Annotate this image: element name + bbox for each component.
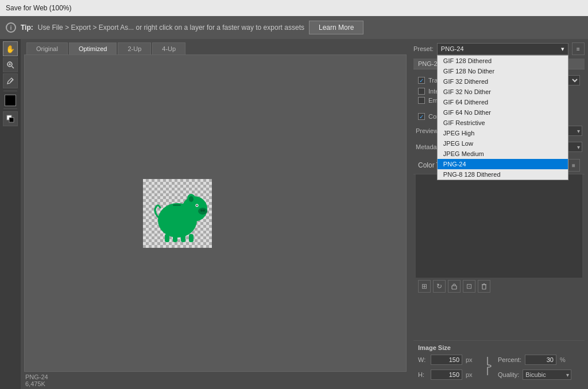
map-button[interactable]: ⊞: [418, 280, 431, 293]
eyedropper-tool[interactable]: [3, 73, 18, 88]
learn-more-button[interactable]: Learn More: [309, 21, 363, 34]
svg-point-11: [198, 208, 207, 215]
dropdown-item-jpeg-medium[interactable]: JPEG Medium: [438, 149, 568, 159]
canvas-filesize: 6,475K: [25, 380, 45, 387]
percent-sign: %: [560, 356, 571, 363]
quality-select-wrapper: Bicubic: [523, 369, 571, 380]
svg-point-10: [189, 196, 194, 202]
svg-rect-19: [181, 234, 185, 242]
dropdown-item-gif128d[interactable]: GIF 128 Dithered: [438, 56, 568, 66]
foreground-color[interactable]: [5, 95, 16, 106]
tab-2up[interactable]: 2-Up: [118, 42, 151, 55]
svg-rect-22: [482, 285, 486, 289]
preset-value: PNG-24: [441, 45, 464, 52]
toggle-tool[interactable]: [3, 111, 18, 126]
tip-text: Use File > Export > Export As... or righ…: [38, 24, 304, 32]
panel-menu-button[interactable]: ≡: [572, 42, 585, 55]
main-layout: ✋ Orig: [0, 39, 588, 389]
convert-srgb-checkbox[interactable]: [418, 113, 425, 120]
quality-label: Quality:: [498, 371, 519, 378]
svg-point-13: [203, 209, 205, 212]
color-table-toolbar: ⊞ ↻ ⊡: [413, 278, 585, 295]
tip-label: Tip:: [21, 24, 33, 32]
height-row: H: px: [418, 369, 477, 380]
dropdown-item-gif32d[interactable]: GIF 32 Dithered: [438, 76, 568, 87]
svg-rect-16: [173, 204, 181, 206]
crop-button[interactable]: ⊡: [463, 280, 475, 293]
tabs: Original Optimized 2-Up 4-Up: [21, 39, 410, 55]
tab-optimized[interactable]: Optimized: [69, 42, 117, 55]
dropdown-item-gif-restrictive[interactable]: GIF Restrictive: [438, 118, 568, 128]
percent-input[interactable]: [525, 355, 556, 365]
embed-checkbox[interactable]: [418, 97, 425, 104]
svg-rect-18: [173, 234, 177, 242]
transparency-checkbox[interactable]: [418, 77, 425, 84]
svg-rect-21: [452, 286, 457, 289]
dropdown-item-jpeg-low[interactable]: JPEG Low: [438, 138, 568, 149]
svg-point-15: [196, 204, 197, 205]
piggy-image: [143, 179, 212, 248]
right-panel: Preset: PNG-24 ▾ GIF 128 Dithered GIF 12…: [410, 39, 588, 389]
canvas-format: PNG-24: [25, 374, 48, 380]
svg-line-1: [12, 67, 14, 69]
percent-label: Percent:: [498, 356, 521, 363]
lock-button[interactable]: [448, 280, 461, 293]
toolbar: ✋: [0, 39, 21, 389]
preset-row: Preset: PNG-24 ▾ GIF 128 Dithered GIF 12…: [413, 42, 585, 55]
dropdown-item-gif64nd[interactable]: GIF 64 No Dither: [438, 107, 568, 118]
image-size-section: Image Size W: px H: px: [413, 340, 585, 386]
width-unit: px: [466, 356, 477, 363]
checker-background: [143, 179, 212, 248]
title-bar: Save for Web (100%): [0, 0, 588, 16]
delete-button[interactable]: [478, 280, 490, 293]
color-table-section: Color Table ≡ ⊞ ↻ ⊡: [413, 157, 585, 337]
height-unit: px: [466, 371, 477, 378]
preset-dropdown: GIF 128 Dithered GIF 128 No Dither GIF 3…: [437, 55, 568, 180]
divider: [3, 91, 17, 91]
zoom-tool[interactable]: [3, 57, 18, 72]
image-size-header: Image Size: [418, 344, 580, 351]
canvas-area: Original Optimized 2-Up 4-Up: [21, 39, 410, 389]
preset-select-container: PNG-24 ▾ GIF 128 Dithered GIF 128 No Dit…: [437, 43, 568, 55]
image-display: [143, 179, 212, 248]
dropdown-item-gif32nd[interactable]: GIF 32 No Dither: [438, 87, 568, 97]
dropdown-item-png24[interactable]: PNG-24: [438, 159, 568, 169]
app-title: Save for Web (100%): [6, 4, 72, 12]
dropdown-item-gif128nd[interactable]: GIF 128 No Dither: [438, 66, 568, 76]
height-label: H:: [418, 371, 427, 378]
percent-row: Percent: %: [498, 355, 571, 365]
dropdown-item-gif64d[interactable]: GIF 64 Dithered: [438, 97, 568, 107]
tab-4up[interactable]: 4-Up: [152, 42, 185, 55]
preset-label: Preset:: [413, 45, 434, 52]
tip-icon: i: [6, 22, 16, 33]
refresh-button[interactable]: ↻: [433, 280, 446, 293]
svg-point-12: [200, 209, 203, 212]
svg-rect-6: [9, 118, 14, 122]
svg-rect-20: [189, 234, 194, 242]
height-input[interactable]: [431, 369, 462, 380]
width-input[interactable]: [431, 355, 462, 365]
tab-original[interactable]: Original: [26, 42, 68, 55]
preset-select[interactable]: PNG-24 ▾: [437, 43, 568, 55]
preview-label: Preview:: [416, 127, 440, 134]
hand-tool[interactable]: ✋: [3, 41, 18, 56]
divider2: [3, 108, 17, 109]
canvas-status: PNG-24 6,475K: [21, 372, 410, 389]
svg-rect-17: [165, 234, 169, 242]
quality-row: Quality: Bicubic: [498, 369, 571, 380]
tip-bar: i Tip: Use File > Export > Export As... …: [0, 16, 588, 39]
preset-dropdown-arrow: ▾: [561, 45, 564, 53]
canvas-container: [24, 55, 407, 372]
width-label: W:: [418, 356, 427, 363]
width-row: W: px: [418, 355, 477, 365]
dropdown-item-jpeg-high[interactable]: JPEG High: [438, 128, 568, 138]
color-table-body: [416, 174, 582, 278]
color-table-menu[interactable]: ≡: [567, 159, 580, 172]
interlaced-checkbox[interactable]: [418, 88, 425, 95]
dropdown-item-png8-128d[interactable]: PNG-8 128 Dithered: [438, 169, 568, 180]
quality-select[interactable]: Bicubic: [523, 369, 571, 380]
link-icon: [483, 356, 492, 376]
